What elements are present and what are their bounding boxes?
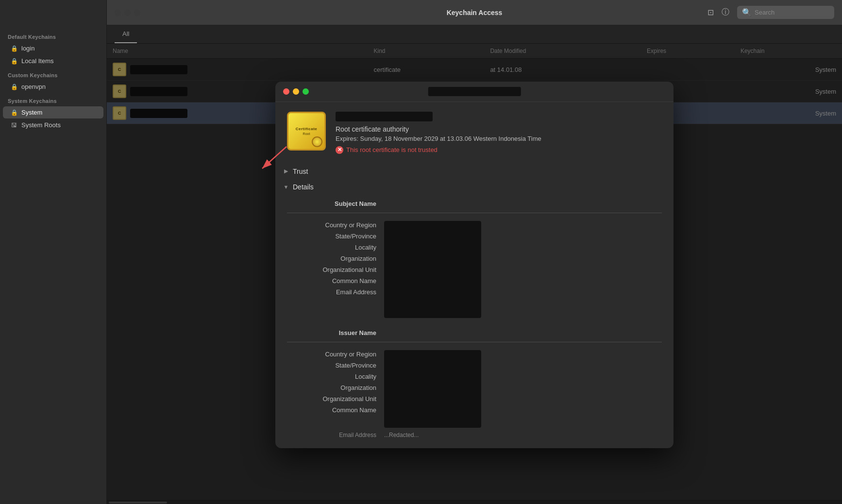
sidebar: Default Keychains 🔒 login 🔒 Local Items …	[0, 0, 107, 504]
issuer-name-header: Issuer Name	[287, 328, 662, 338]
issuer-locality-row: Locality	[287, 370, 384, 382]
country-row: Country or Region	[287, 219, 384, 230]
lock-icon-system: 🔒	[11, 109, 17, 116]
org-unit-row: Organizational Unit	[287, 264, 384, 275]
issuer-org-label: Organization	[287, 383, 384, 391]
main-area: Keychain Access ⊡ ⓘ 🔍 All Name Kind Date	[107, 0, 842, 504]
content-area: All Name Kind Date Modified Expires Keyc…	[107, 25, 842, 504]
org-label: Organization	[287, 254, 384, 262]
sidebar-item-login[interactable]: 🔒 login	[3, 42, 103, 54]
modal-titlebar: ████████████	[275, 82, 674, 102]
modal-close-button[interactable]	[283, 88, 289, 95]
lock-icon-system-roots: 🖫	[11, 122, 17, 129]
titlebar: Keychain Access ⊡ ⓘ 🔍	[107, 0, 842, 25]
search-icon: 🔍	[742, 8, 752, 17]
modal-window-controls	[283, 88, 309, 95]
partial-value: ...Redacted...	[384, 432, 419, 438]
issuer-state-label: State/Province	[287, 361, 384, 369]
email-row: Email Address	[287, 286, 384, 297]
org-unit-label: Organizational Unit	[287, 265, 384, 273]
sidebar-item-local-items[interactable]: 🔒 Local Items	[3, 55, 103, 67]
cert-icon-label: Certificate	[296, 127, 318, 131]
trust-section-label: Trust	[293, 168, 308, 175]
issuer-name-label: Issuer Name	[287, 329, 384, 336]
sidebar-item-openvpn[interactable]: 🔒 openvpn	[3, 81, 103, 93]
cert-expires: Expires: Sunday, 18 November 2029 at 13.…	[336, 135, 662, 142]
not-trusted-icon: ✕	[336, 146, 343, 154]
locality-row: Locality	[287, 241, 384, 252]
issuer-org-unit-label: Organizational Unit	[287, 394, 384, 403]
issuer-divider	[287, 342, 662, 342]
cert-icon-root: Root	[303, 132, 310, 135]
lock-icon-local: 🔒	[11, 58, 17, 65]
window-controls	[115, 9, 140, 16]
sidebar-item-label-openvpn: openvpn	[21, 83, 46, 90]
compose-icon[interactable]: ⊡	[707, 8, 714, 17]
modal-minimize-button[interactable]	[293, 88, 299, 95]
cert-name-redacted	[336, 112, 433, 121]
common-name-row: Common Name	[287, 275, 384, 286]
partial-label: Email Address	[287, 432, 384, 438]
email-label: Email Address	[287, 287, 384, 296]
cert-header: Certificate Root Root certificate author…	[275, 102, 674, 164]
details-chevron-icon: ▼	[283, 184, 289, 190]
cert-info: Root certificate authority Expires: Sund…	[336, 112, 662, 154]
modal-maximize-button[interactable]	[303, 88, 309, 95]
minimize-button[interactable]	[124, 9, 131, 16]
sidebar-item-label-system-roots: System Roots	[21, 121, 61, 129]
issuer-locality-label: Locality	[287, 372, 384, 380]
not-trusted-text: This root certificate is not trusted	[346, 146, 438, 153]
issuer-common-name-label: Common Name	[287, 405, 384, 414]
cert-type: Root certificate authority	[336, 125, 662, 133]
subject-values-redacted	[384, 221, 481, 318]
lock-icon: 🔒	[11, 45, 17, 52]
sidebar-item-system-roots[interactable]: 🖫 System Roots	[3, 119, 103, 131]
close-button[interactable]	[115, 9, 121, 16]
search-input[interactable]	[755, 9, 829, 16]
certificate-detail-modal: ████████████ Certificate Root Root certi…	[275, 82, 674, 448]
search-bar[interactable]: 🔍	[737, 6, 834, 19]
common-name-label: Common Name	[287, 276, 384, 285]
system-keychains-label: System Keychains	[0, 93, 106, 106]
not-trusted-message: ✕ This root certificate is not trusted	[336, 146, 662, 154]
locality-label: Locality	[287, 243, 384, 251]
app-title: Keychain Access	[447, 9, 503, 17]
subject-name-label: Subject Name	[287, 200, 384, 207]
issuer-labels: Country or Region State/Province Localit…	[287, 348, 384, 415]
titlebar-icons: ⊡ ⓘ 🔍	[707, 6, 834, 19]
issuer-country-label: Country or Region	[287, 350, 384, 358]
state-label: State/Province	[287, 232, 384, 240]
issuer-common-name-row: Common Name	[287, 404, 384, 415]
sidebar-item-label-login: login	[21, 45, 34, 52]
subject-divider	[287, 213, 662, 213]
issuer-country-row: Country or Region	[287, 348, 384, 359]
issuer-fields-group: Country or Region State/Province Localit…	[287, 346, 662, 430]
trust-chevron-icon: ▶	[283, 168, 289, 174]
modal-title: ████████████	[428, 87, 521, 96]
sidebar-item-label-local: Local Items	[21, 57, 53, 65]
cert-large-icon: Certificate Root	[287, 112, 326, 151]
details-table: Subject Name Country or Region State/Pro…	[275, 199, 674, 448]
subject-fields-group: Country or Region State/Province Localit…	[287, 217, 662, 320]
issuer-org-row: Organization	[287, 382, 384, 393]
country-label: Country or Region	[287, 220, 384, 229]
lock-icon-openvpn: 🔒	[11, 84, 17, 90]
trust-section-row[interactable]: ▶ Trust	[275, 164, 674, 179]
sidebar-item-label-system: System	[21, 109, 42, 116]
details-section-row[interactable]: ▼ Details	[275, 179, 674, 195]
maximize-button[interactable]	[134, 9, 140, 16]
details-section-label: Details	[293, 183, 314, 191]
org-row: Organization	[287, 252, 384, 264]
cert-seal	[312, 136, 322, 147]
modal-overlay: ████████████ Certificate Root Root certi…	[107, 25, 842, 504]
partial-row: Email Address ...Redacted...	[287, 430, 662, 440]
subject-labels: Country or Region State/Province Localit…	[287, 219, 384, 297]
issuer-state-row: State/Province	[287, 359, 384, 370]
subject-name-header: Subject Name	[287, 199, 662, 209]
info-icon[interactable]: ⓘ	[722, 7, 729, 17]
custom-keychains-label: Custom Keychains	[0, 67, 106, 80]
issuer-values-redacted	[384, 350, 481, 428]
state-row: State/Province	[287, 230, 384, 241]
sidebar-item-system[interactable]: 🔒 System	[3, 106, 103, 118]
issuer-org-unit-row: Organizational Unit	[287, 393, 384, 404]
